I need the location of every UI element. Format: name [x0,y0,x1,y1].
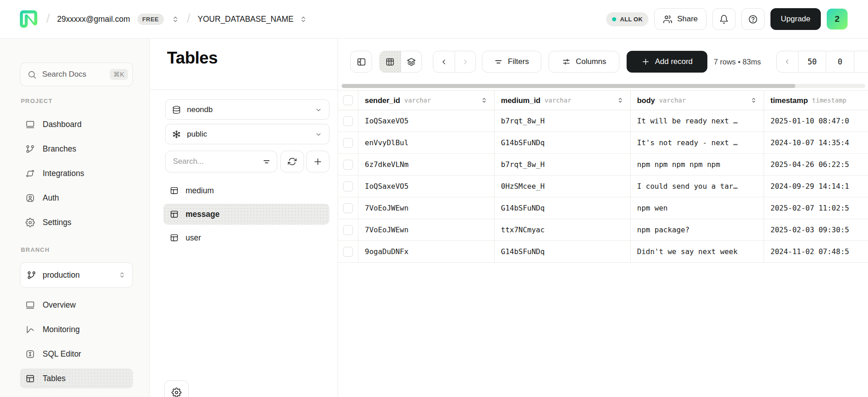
notifications-button[interactable] [712,8,736,30]
row-checkbox[interactable] [343,203,353,213]
table-row[interactable]: 9ogaDuDNFx G14bSFuNDq Didn't we say next… [338,241,868,263]
collapse-panel-button[interactable] [350,51,372,73]
cell-sender-id[interactable]: 7VoEoJWEwn [358,219,495,240]
cell-body[interactable]: npm package? [631,219,764,240]
cell-body[interactable]: I could send you a tar… [631,176,764,197]
sidebar-item-integrations[interactable]: Integrations [20,163,133,183]
cell-timestamp[interactable]: 2024-10-07 14:35:4 [764,132,868,153]
cell-medium-id[interactable]: G14bSFuNDq [495,197,631,219]
cell-timestamp[interactable]: 2024-09-29 14:14:1 [764,176,868,197]
sidebar-item-auth[interactable]: Auth [20,188,133,208]
sidebar-item-dashboard[interactable]: Dashboard [20,114,133,134]
refresh-button[interactable] [280,151,304,172]
pager-extra-cell[interactable] [854,51,868,72]
database-selector-chevron-icon[interactable] [299,15,308,24]
notification-count-badge[interactable]: 2 [827,9,848,29]
cell-timestamp[interactable]: 2025-02-07 11:02:5 [764,197,868,219]
sidebar-item-overview[interactable]: Overview [20,295,133,315]
panel-settings-button[interactable] [164,380,189,397]
cell-medium-id[interactable]: ttx7NCmyac [495,219,631,240]
pager-prev-button[interactable] [777,51,799,72]
search-docs-button[interactable]: Search Docs ⌘K [20,63,133,86]
table-row[interactable]: enVvyDlBul G14bSFuNDq It's not ready - n… [338,132,868,154]
cell-medium-id[interactable]: b7rqt_8w_H [495,110,631,132]
cell-sender-id[interactable]: IoQSaxeVO5 [358,176,495,197]
column-header-medium-id[interactable]: medium_id varchar [495,91,631,110]
table-list-item-medium[interactable]: medium [163,180,329,201]
horizontal-scrollbar-thumb[interactable] [342,84,795,88]
table-row[interactable]: 7VoEoJWEwn ttx7NCmyac npm package? 2025-… [338,219,868,241]
cell-timestamp[interactable]: 2025-04-26 06:22:5 [764,154,868,175]
table-row[interactable]: 6z7dkeVLNm b7rqt_8w_H npm npm npm npm np… [338,154,868,176]
cell-medium-id[interactable]: G14bSFuNDq [495,241,631,262]
horizontal-scrollbar[interactable] [342,84,865,88]
table-search-input[interactable] [173,157,262,166]
cell-body[interactable]: Didn't we say next week [631,241,764,262]
cell-sender-id[interactable]: 6z7dkeVLNm [358,154,495,175]
column-header-sender-id[interactable]: sender_id varchar [358,91,495,110]
cell-body[interactable]: npm wen [631,197,764,219]
sidebar-item-monitoring[interactable]: Monitoring [20,319,133,339]
schema-select[interactable]: public [165,124,329,144]
cell-medium-id[interactable]: G14bSFuNDq [495,132,631,153]
tables-panel: Tables neondb public [150,39,338,397]
page-offset-value[interactable]: 0 [826,51,854,72]
database-name[interactable]: YOUR_DATABASE_NAME [198,15,294,24]
table-row[interactable]: 7VoEoJWEwn G14bSFuNDq npm wen 2025-02-07… [338,197,868,219]
prev-page-button[interactable] [433,51,455,72]
table-list-item-message[interactable]: message [163,204,329,225]
cell-timestamp[interactable]: 2025-01-10 08:47:0 [764,110,868,132]
neon-logo-icon[interactable] [18,9,39,29]
account-email[interactable]: 29xxxxx@gmail.com [57,15,130,24]
column-header-timestamp[interactable]: timestamp timestamp [764,91,868,110]
table-row[interactable]: IoQSaxeVO5 0HzSMcee_H I could send you a… [338,176,868,197]
cell-body[interactable]: It's not ready - next … [631,132,764,153]
cell-timestamp[interactable]: 2025-02-03 09:30:5 [764,219,868,240]
add-record-button[interactable]: Add record [627,51,707,73]
cell-sender-id[interactable]: 9ogaDuDNFx [358,241,495,262]
cell-sender-id[interactable]: 7VoEoJWEwn [358,197,495,219]
grid-view-toggle[interactable] [380,51,401,72]
column-header-body[interactable]: body varchar [631,91,764,110]
select-all-checkbox[interactable] [343,95,353,105]
database-select[interactable]: neondb [165,99,329,120]
table-list-item-user[interactable]: user [163,227,329,248]
sort-chevrons-icon[interactable] [617,97,624,104]
add-table-button[interactable] [306,151,329,172]
upgrade-button[interactable]: Upgrade [770,8,821,30]
table-list-item-label: user [186,233,201,243]
layers-view-toggle[interactable] [401,51,422,72]
cell-medium-id[interactable]: 0HzSMcee_H [495,176,631,197]
branch-selector[interactable]: production [20,262,133,288]
cell-sender-id[interactable]: IoQSaxeVO5 [358,110,495,132]
users-icon [663,15,672,24]
account-selector-chevron-icon[interactable] [171,15,180,24]
row-checkbox[interactable] [343,225,353,235]
sidebar-item-settings[interactable]: Settings [20,212,133,232]
page-size-value[interactable]: 50 [799,51,827,72]
columns-button[interactable]: Columns [549,51,619,73]
next-page-button[interactable] [455,51,476,72]
sidebar-item-branches[interactable]: Branches [20,139,133,159]
row-checkbox[interactable] [343,160,353,170]
sidebar-item-sql-editor[interactable]: SQL Editor [20,344,133,364]
row-checkbox[interactable] [343,247,353,257]
row-checkbox[interactable] [343,116,353,126]
row-checkbox[interactable] [343,181,353,191]
cell-medium-id[interactable]: b7rqt_8w_H [495,154,631,175]
table-row[interactable]: IoQSaxeVO5 b7rqt_8w_H It will be ready n… [338,110,868,132]
cell-body[interactable]: It will be ready next … [631,110,764,132]
filter-lines-icon[interactable] [262,157,271,166]
chevron-up-down-icon [118,271,126,279]
sidebar-item-tables[interactable]: Tables [20,368,133,388]
sort-chevrons-icon[interactable] [750,97,757,104]
cell-timestamp[interactable]: 2024-11-02 07:48:5 [764,241,868,262]
help-button[interactable] [741,8,765,30]
row-checkbox[interactable] [343,138,353,148]
cell-sender-id[interactable]: enVvyDlBul [358,132,495,153]
cell-body[interactable]: npm npm npm npm npm [631,154,764,175]
share-button[interactable]: Share [654,8,706,30]
status-badge[interactable]: ALL OK [606,12,648,26]
filters-button[interactable]: Filters [482,51,541,73]
sort-chevrons-icon[interactable] [481,97,488,104]
